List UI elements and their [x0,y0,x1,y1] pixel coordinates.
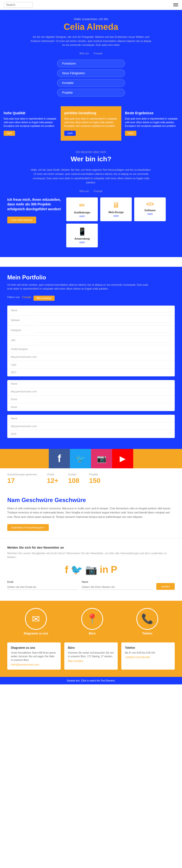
search-input[interactable] [4,2,33,8]
newsletter-description: Möchten Sie unsere Neuigkeiten als Erste… [7,551,175,559]
label-logo: Logo [11,363,30,366]
counter-uf-number: 12+ [47,477,59,485]
newsletter-submit-button[interactable]: senden [156,583,175,590]
app-link[interactable]: mehr [70,241,94,244]
name-group: Name [82,581,153,590]
about-cards: ✏ Grafikdesign mehr 🖥 Web-Design mehr </… [66,197,175,247]
white-gap-1 [0,257,182,267]
about-image-credit: Bild von Freepik [7,190,175,192]
about-left-button[interactable]: Lern mich kennen [7,217,36,223]
counter-awards: Auszeichnungen gewonnen 17 [7,473,37,485]
feature-title-3: Beste Ergebnisse [125,111,178,115]
filter-source: Freepik [22,296,31,301]
nav-pill-projekte[interactable]: Projekte [57,89,125,96]
about-title: Wer bin ich? [7,155,175,163]
contact-email-icon-item: ✉ Diagramm zu uns [24,608,48,635]
app-icon: 📱 [70,227,94,236]
label-blog-3: blog.premiumusers.com [11,425,30,428]
contact-section: ✉ Diagramm zu uns 📍 Büro 📞 Telefon Diagr… [0,601,182,677]
nl-linkedin-icon[interactable]: in [100,564,109,576]
feature-btn-2[interactable]: mehr [64,131,76,136]
email-label: Email [7,581,78,583]
feature-col-2: perfekte Gestaltung Duis aute irure dolo… [61,106,121,141]
youtube-icon[interactable]: ▶ [112,449,133,468]
label-name-2: Name [11,382,30,385]
blog-section: Nam Geschwüre Geschwüre Etiam ut velit s… [0,489,182,538]
label-jahr: Jahr [11,339,30,341]
web-title: Web-Design [104,211,128,214]
social-row: f 🐦 📷 ▶ [0,449,182,468]
label-2017: 2017 [11,371,30,374]
nav-pill-kontakte[interactable]: Kontakte [57,79,125,87]
contact-card-phone-info: +000(00) 0,00 000-000 [125,656,171,659]
portfolio-jahr-input[interactable] [34,338,171,343]
label-blog: blog.premiumusers.com [11,355,30,358]
hero-section: Hallo zusammen, ich bin Celia Almeda Ich… [0,10,182,106]
instagram-icon[interactable]: 📷 [91,449,112,468]
portfolio-card-2: Name blog.premiumusers.com Keine Keine [7,380,175,411]
counter-kunden-label: Kunden [68,473,79,476]
label-keine-1: Keine [11,398,30,401]
nav-pill-fahigkeiten[interactable]: Neue Fähigkeiten [57,69,125,77]
software-icon: </> [138,201,162,207]
email-icon-label: Diagramm zu uns [24,632,48,635]
about-section: Ein bisschen über mich Wer bin ich? Hall… [0,141,182,257]
counter-uf-label: Uf jetzt [47,473,59,476]
portfolio-description: Ut enim ad minim veniam, quis nostrud ex… [7,283,153,291]
twitter-icon[interactable]: 🐦 [70,449,91,468]
footer-text: Sample text. Click to select the Text El… [67,679,115,682]
label-keine-2: Keine [11,406,30,408]
web-icon: 🖥 [104,201,128,209]
portfolio-website-input[interactable] [34,318,171,323]
contact-card-email-title: Diagramm zu uns [11,646,57,650]
about-card-web: 🖥 Web-Design mehr [100,197,132,221]
counter-projekte-label: Projekte [89,473,100,476]
contact-card-phone: Telefon Mo-Fr von 8:00 bis 5:00 Uhr +000… [121,643,175,670]
hamburger-menu[interactable] [173,3,178,6]
software-link[interactable]: mehr [138,213,162,215]
about-label: Ein bisschen über mich [7,150,175,154]
hero-name: Celia Almeda [10,22,172,32]
portfolio-row-keine-2: Keine [7,403,175,411]
facebook-icon[interactable]: f [49,449,70,468]
portfolio-row-name-3: Name [7,415,175,423]
label-blog-2: blog.premiumusers.com [11,390,30,393]
feature-col-1: hohe Qualität Duis aute irure dolor in r… [0,106,61,141]
nl-pinterest-icon[interactable]: P [111,564,117,576]
portfolio-row-2019: 2019 [7,430,175,438]
portfolio-row-blog-2: blog.premiumusers.com [7,388,175,396]
app-title: Anwendung [70,237,94,240]
web-link[interactable]: mehr [104,215,128,217]
email-group: Email [7,581,78,590]
portfolio-row-website: Website [7,315,175,326]
contact-card-office-title: Büro [68,646,114,650]
grafik-link[interactable]: mehr [70,215,94,218]
nl-twitter-icon[interactable]: 🐦 [71,564,83,576]
filter-all-button[interactable]: Alles ansehen [33,296,55,301]
portfolio-kategorie-input[interactable] [34,328,171,333]
label-kategorie: Kategorie [11,329,30,332]
portfolio-row-name: Name [7,306,175,315]
portfolio-row-blog: blog.premiumusers.com [7,353,175,361]
portfolio-title: Mein Portfolio [7,274,175,281]
feature-btn-3[interactable]: mehr [125,131,136,136]
contact-card-email-info[interactable]: hello@premiumusers.com [11,663,57,666]
hero-nav: Fortsetzen Neue Fähigkeiten Kontakte Pro… [57,60,125,96]
blog-button[interactable]: Submitlect Ferscelerisquet + [7,524,49,531]
label-name: Name [11,309,30,312]
feature-btn-1[interactable]: mehr [4,131,15,136]
portfolio-name-input[interactable] [34,308,171,313]
nl-facebook-icon[interactable]: f [65,564,68,576]
contact-card-office-info[interactable]: Map anzeigen [68,660,114,662]
about-card-app: 📱 Anwendung mehr [66,224,98,247]
portfolio-row-2017: 2017 [7,369,175,376]
contact-card-office: Büro Kommen Sie vorbei und besuchen Sie … [64,643,118,670]
nav-pill-fortsetzen[interactable]: Fortsetzen [57,60,125,67]
label-website: Website [11,319,30,321]
email-icon: ✉ [25,608,47,630]
name-input[interactable] [82,584,153,590]
email-input[interactable] [7,584,78,590]
portfolio-row-jahr: Jahr [7,335,175,345]
portfolio-row-kategorie: Kategorie [7,326,175,335]
nl-instagram-icon[interactable]: 📷 [85,564,97,576]
